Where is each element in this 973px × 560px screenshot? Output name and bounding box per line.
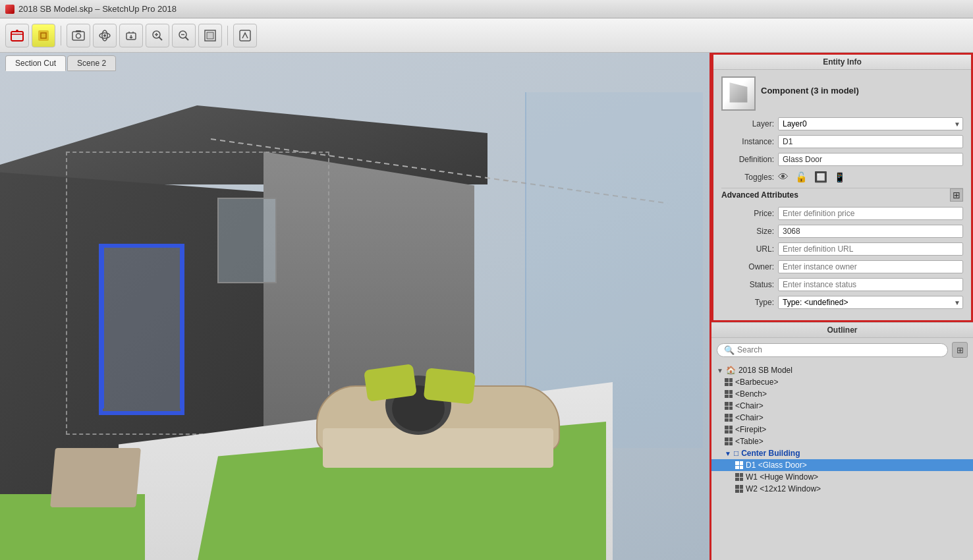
layer-select-wrapper[interactable]: Layer0 ▼ xyxy=(778,117,963,130)
toolbar-btn-camera[interactable] xyxy=(67,24,90,47)
tree-root-expand: ▼ xyxy=(717,367,723,374)
tree-item-w1[interactable]: W1 <Huge Window> xyxy=(711,471,973,483)
type-row: Type: Type: <undefined> ▼ xyxy=(721,296,963,309)
title-icon xyxy=(5,5,14,14)
tree-label-center-building: Center Building xyxy=(741,449,800,458)
price-label: Price: xyxy=(721,209,774,218)
tree-item-barbecue[interactable]: <Barbecue> xyxy=(711,376,973,388)
svg-point-8 xyxy=(103,34,106,37)
component-preview-icon xyxy=(721,76,756,111)
toolbar-btn-zoom[interactable] xyxy=(146,24,169,47)
layer-select[interactable]: Layer0 xyxy=(778,117,963,130)
layer-label: Layer: xyxy=(721,119,774,128)
advanced-attrs-title: Advanced Attributes xyxy=(721,190,798,200)
price-row: Price: xyxy=(721,207,963,220)
title-bar: 2018 SB Model.skp – SketchUp Pro 2018 xyxy=(0,0,973,18)
tree-item-w2[interactable]: W2 <12x12 Window> xyxy=(711,483,973,495)
status-label: Status: xyxy=(721,280,774,289)
price-input[interactable] xyxy=(778,207,963,220)
component-title: Component (3 in model) xyxy=(761,86,859,96)
tree-item-d1[interactable]: D1 <Glass Door> xyxy=(711,459,973,471)
scene-3d[interactable] xyxy=(0,53,709,560)
tree-item-center-building[interactable]: ▼ □ Center Building xyxy=(711,447,973,459)
tree-item-bench[interactable]: <Bench> xyxy=(711,388,973,400)
tree-item-firepit[interactable]: <Firepit> xyxy=(711,424,973,435)
tab-section-cut[interactable]: Section Cut xyxy=(5,55,66,71)
definition-label: Definition: xyxy=(721,155,774,164)
toggles-row: Toggles: 👁 🔓 🔲 📱 xyxy=(721,171,963,183)
search-action-btn[interactable]: ⊞ xyxy=(952,342,968,358)
svg-rect-0 xyxy=(11,32,23,41)
tree-root-home-icon: 🏠 xyxy=(726,366,736,375)
advanced-attrs-header: Advanced Attributes ⊞ xyxy=(721,188,963,202)
viewport[interactable]: Section Cut Scene 2 xyxy=(0,53,709,560)
svg-rect-5 xyxy=(76,30,81,32)
advanced-attributes-section: Advanced Attributes ⊞ Price: Size: xyxy=(721,188,963,309)
toolbar-btn-orbit[interactable] xyxy=(93,24,117,47)
type-select[interactable]: Type: <undefined> xyxy=(778,296,963,309)
toolbar xyxy=(0,18,973,53)
url-row: URL: xyxy=(721,242,963,256)
toolbar-btn-styles[interactable] xyxy=(233,24,257,47)
tree-item-chair-1[interactable]: <Chair> xyxy=(711,400,973,412)
search-area: 🔍 ⊞ xyxy=(711,337,973,362)
pillow-right xyxy=(424,368,476,405)
toolbar-btn-pan[interactable] xyxy=(119,24,143,47)
tree-item-chair-2[interactable]: <Chair> xyxy=(711,412,973,424)
size-input[interactable] xyxy=(778,225,963,238)
tree-item-table[interactable]: <Table> xyxy=(711,435,973,447)
toggle-visible-icon[interactable]: 👁 xyxy=(778,171,789,183)
status-row: Status: xyxy=(721,278,963,291)
component-grid-icon-w1 xyxy=(735,473,743,481)
toolbar-separator-1 xyxy=(61,26,61,45)
tree-label-barbecue: <Barbecue> xyxy=(735,378,778,387)
outliner-bar: Outliner xyxy=(711,322,973,337)
toolbar-btn-zoom-extents[interactable] xyxy=(198,24,222,47)
component-grid-icon-table xyxy=(725,437,733,445)
component-grid-icon-bench xyxy=(725,390,733,398)
component-grid-icon xyxy=(725,378,733,386)
definition-input[interactable] xyxy=(778,153,963,166)
component-grid-icon-d1 xyxy=(735,461,743,469)
toolbar-btn-open[interactable] xyxy=(5,24,29,47)
outliner-tree[interactable]: ▼ 🏠 2018 SB Model <Barbecue> <Bench> <Ch… xyxy=(711,362,973,560)
center-building-expand: ▼ xyxy=(725,450,731,457)
search-wrapper[interactable]: 🔍 xyxy=(717,343,948,357)
component-grid-icon-w2 xyxy=(735,485,743,493)
search-input[interactable] xyxy=(737,345,941,354)
tree-label-w1: W1 <Huge Window> xyxy=(746,472,818,482)
url-input[interactable] xyxy=(778,242,963,256)
type-select-wrapper[interactable]: Type: <undefined> ▼ xyxy=(778,296,963,309)
owner-input[interactable] xyxy=(778,260,963,273)
component-grid-icon-chair2 xyxy=(725,414,733,422)
component-grid-icon-firepit xyxy=(725,426,733,434)
type-label: Type: xyxy=(721,298,774,307)
size-label: Size: xyxy=(721,227,774,236)
tab-scene-2[interactable]: Scene 2 xyxy=(67,55,116,71)
toolbar-btn-zoom-out[interactable] xyxy=(172,24,196,47)
selection-outline xyxy=(66,152,329,435)
definition-row: Definition: xyxy=(721,153,963,166)
instance-label: Instance: xyxy=(721,137,774,146)
tree-root[interactable]: ▼ 🏠 2018 SB Model xyxy=(711,364,973,376)
component-grid-icon-chair1 xyxy=(725,402,733,410)
svg-line-15 xyxy=(186,37,189,40)
toggle-icons: 👁 🔓 🔲 📱 xyxy=(778,171,845,183)
tree-root-label: 2018 SB Model xyxy=(738,366,792,375)
entity-info-panel: Entity Info Component (3 in model) Layer… xyxy=(711,53,973,322)
toolbar-btn-component[interactable] xyxy=(32,24,55,47)
door-right-edge xyxy=(180,244,182,408)
toggle-receive-icon[interactable]: 📱 xyxy=(834,172,845,182)
main-area: Section Cut Scene 2 xyxy=(0,53,973,560)
door-left-edge xyxy=(102,244,104,408)
status-input[interactable] xyxy=(778,278,963,291)
tree-label-table: <Table> xyxy=(735,437,764,446)
tree-label-chair-1: <Chair> xyxy=(735,401,764,410)
toggle-lock-icon[interactable]: 🔓 xyxy=(795,171,808,183)
owner-row: Owner: xyxy=(721,260,963,273)
toggle-shadow-icon[interactable]: 🔲 xyxy=(814,171,827,183)
svg-rect-18 xyxy=(207,32,213,39)
tree-label-chair-2: <Chair> xyxy=(735,413,764,422)
instance-input[interactable] xyxy=(778,135,963,148)
advanced-attrs-btn[interactable]: ⊞ xyxy=(950,188,963,202)
